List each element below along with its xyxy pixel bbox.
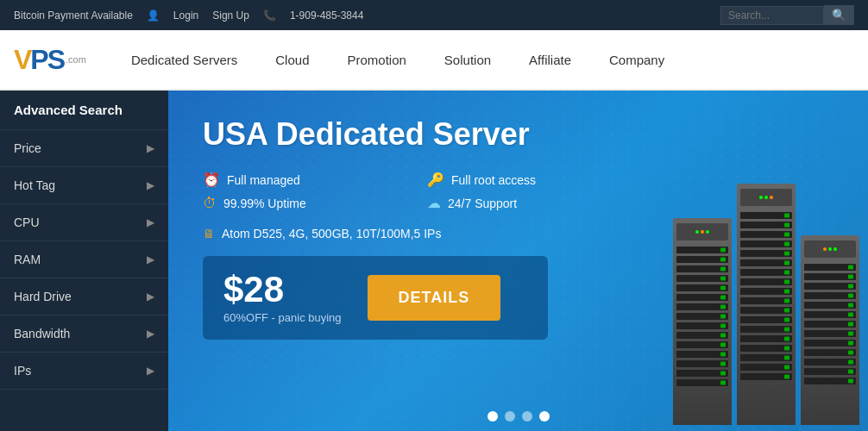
rack-slot bbox=[676, 370, 728, 377]
rack-slot bbox=[740, 326, 792, 333]
rack-slot bbox=[740, 373, 792, 380]
rack-slot bbox=[740, 240, 792, 247]
top-bar: Bitcoin Payment Available 👤 Login Sign U… bbox=[0, 0, 868, 30]
rack-slot bbox=[740, 316, 792, 323]
rack-unit-3 bbox=[801, 235, 859, 425]
sidebar-label-cpu: CPU bbox=[14, 216, 40, 229]
rack-slot bbox=[676, 303, 728, 310]
sidebar-label-ips: IPs bbox=[14, 364, 31, 378]
phone-icon: 📞 bbox=[263, 9, 276, 22]
sidebar: Advanced Search Price ▶ Hot Tag ▶ CPU ▶ … bbox=[0, 91, 168, 431]
arrow-icon-ram: ▶ bbox=[147, 253, 154, 265]
led-8 bbox=[828, 247, 832, 251]
rack-unit-2 bbox=[737, 184, 796, 425]
sidebar-label-bandwidth: Bandwidth bbox=[14, 327, 70, 340]
user-icon: 👤 bbox=[147, 9, 160, 22]
key-icon: 🔑 bbox=[427, 172, 444, 188]
sidebar-title: Advanced Search bbox=[0, 91, 168, 130]
nav-bar: VPS .com Dedicated Servers Cloud Promoti… bbox=[0, 30, 868, 91]
rack-slot bbox=[740, 335, 792, 342]
signup-link[interactable]: Sign Up bbox=[212, 9, 249, 22]
nav-solution[interactable]: Solution bbox=[425, 29, 510, 90]
nav-dedicated-servers[interactable]: Dedicated Servers bbox=[112, 29, 256, 90]
clock-icon: ⏰ bbox=[203, 172, 220, 188]
hero-title: USA Dedicated Server bbox=[203, 116, 833, 153]
rack-slot bbox=[676, 332, 728, 339]
search-input[interactable] bbox=[720, 6, 824, 25]
sidebar-item-hard-drive[interactable]: Hard Drive ▶ bbox=[0, 278, 168, 315]
rack-slot bbox=[676, 247, 728, 253]
spec-bar: 🖥 Atom D525, 4G, 500GB, 10T/100M,5 IPs bbox=[203, 227, 833, 240]
rack-slot bbox=[804, 302, 856, 309]
nav-company[interactable]: Company bbox=[590, 29, 683, 90]
rack-slot bbox=[804, 349, 856, 356]
rack-slot bbox=[740, 354, 792, 361]
nav-promotion[interactable]: Promotion bbox=[328, 29, 425, 90]
rack-slot bbox=[740, 259, 792, 266]
price-value: $28 bbox=[223, 272, 342, 308]
rack-slot bbox=[804, 292, 856, 299]
feature-label-support: 24/7 Support bbox=[448, 197, 517, 210]
feature-label-full-managed: Full managed bbox=[227, 173, 300, 187]
nav-links: Dedicated Servers Cloud Promotion Soluti… bbox=[112, 30, 683, 89]
rack-slot bbox=[740, 297, 792, 304]
details-button[interactable]: DETAILS bbox=[368, 275, 501, 321]
dot-4[interactable] bbox=[539, 411, 550, 422]
sidebar-item-ips[interactable]: IPs ▶ bbox=[0, 353, 168, 390]
arrow-icon-hot-tag: ▶ bbox=[147, 179, 154, 191]
nav-affiliate[interactable]: Affiliate bbox=[510, 29, 590, 90]
arrow-icon-hard-drive: ▶ bbox=[147, 290, 154, 303]
sidebar-label-ram: RAM bbox=[14, 253, 41, 266]
rack-slot bbox=[676, 379, 728, 386]
sidebar-item-price[interactable]: Price ▶ bbox=[0, 130, 168, 167]
led-4 bbox=[759, 196, 763, 199]
rack-slot bbox=[804, 378, 856, 384]
feature-support: ☁ 24/7 Support bbox=[427, 195, 634, 211]
rack-slot bbox=[740, 288, 792, 295]
rack-slot bbox=[740, 250, 792, 257]
arrow-icon-price: ▶ bbox=[147, 142, 154, 154]
sidebar-label-price: Price bbox=[14, 141, 41, 155]
nav-cloud[interactable]: Cloud bbox=[256, 29, 328, 90]
spec-text: Atom D525, 4G, 500GB, 10T/100M,5 IPs bbox=[222, 227, 441, 240]
pricing-box: $28 60%OFF - panic buying DETAILS bbox=[203, 256, 548, 340]
led-5 bbox=[764, 196, 768, 199]
rack-unit-1 bbox=[673, 218, 732, 425]
search-box: 🔍 bbox=[720, 5, 854, 25]
logo-text: VPS bbox=[14, 44, 64, 76]
rack-slot bbox=[804, 321, 856, 328]
rack-slot bbox=[740, 364, 792, 371]
sidebar-item-ram[interactable]: RAM ▶ bbox=[0, 241, 168, 278]
rack-slot bbox=[740, 212, 792, 219]
main-content: Advanced Search Price ▶ Hot Tag ▶ CPU ▶ … bbox=[0, 91, 868, 431]
rack-slot bbox=[804, 359, 856, 365]
price-area: $28 60%OFF - panic buying bbox=[223, 272, 342, 324]
rack-slot bbox=[740, 269, 792, 276]
rack-slot bbox=[676, 351, 728, 358]
search-button[interactable]: 🔍 bbox=[824, 5, 854, 25]
sidebar-item-cpu[interactable]: CPU ▶ bbox=[0, 204, 168, 241]
hero-section: USA Dedicated Server ⏰ Full managed 🔑 Fu… bbox=[168, 91, 868, 431]
bitcoin-text: Bitcoin Payment Available bbox=[14, 9, 133, 22]
dot-1[interactable] bbox=[487, 411, 498, 422]
arrow-icon-cpu: ▶ bbox=[147, 216, 154, 228]
hero-dots bbox=[487, 411, 550, 422]
dot-2[interactable] bbox=[505, 411, 515, 422]
rack-slot bbox=[676, 256, 728, 263]
support-icon: ☁ bbox=[427, 195, 441, 211]
phone-number[interactable]: 1-909-485-3844 bbox=[290, 9, 363, 22]
rack-slot bbox=[676, 341, 728, 348]
rack-slot bbox=[804, 273, 856, 280]
sidebar-item-bandwidth[interactable]: Bandwidth ▶ bbox=[0, 315, 168, 353]
logo-dot: .com bbox=[66, 54, 86, 65]
feature-label-full-root: Full root access bbox=[451, 173, 536, 187]
sidebar-item-hot-tag[interactable]: Hot Tag ▶ bbox=[0, 167, 168, 204]
rack-slot bbox=[804, 311, 856, 318]
price-discount: 60%OFF - panic buying bbox=[223, 311, 342, 324]
login-link[interactable]: Login bbox=[173, 9, 198, 22]
rack-slot bbox=[804, 330, 856, 337]
dot-3[interactable] bbox=[522, 411, 532, 422]
rack-slot bbox=[676, 265, 728, 272]
arrow-icon-ips: ▶ bbox=[147, 365, 154, 377]
rack-slot bbox=[740, 307, 792, 314]
